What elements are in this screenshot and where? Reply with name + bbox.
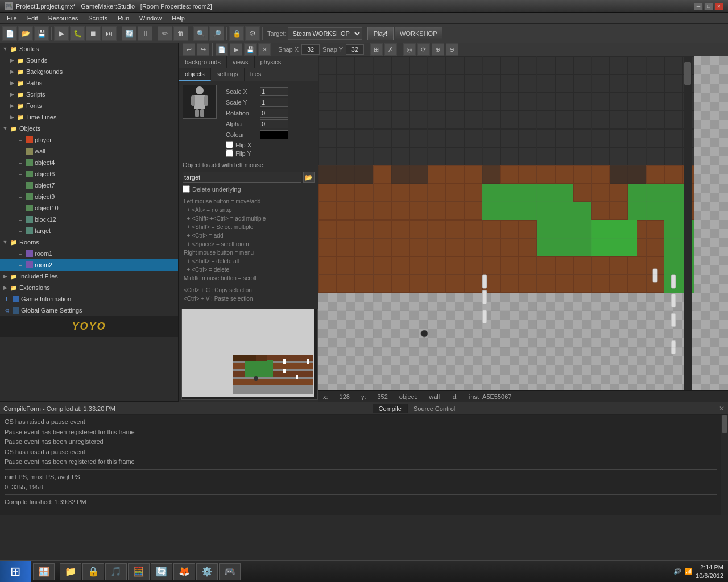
step-button[interactable]: ⏭ bbox=[102, 26, 117, 41]
zoom-in-button[interactable]: 🔍 bbox=[193, 26, 208, 41]
tab-objects[interactable]: objects bbox=[179, 68, 211, 81]
taskbar-item-media[interactable]: 🎵 bbox=[105, 563, 127, 580]
tree-wall[interactable]: – wall bbox=[0, 146, 178, 157]
zoom-out-button[interactable]: 🔎 bbox=[209, 26, 224, 41]
tree-object10[interactable]: – object10 bbox=[0, 202, 178, 214]
menu-help[interactable]: Help bbox=[167, 14, 189, 23]
compile-tab-compile[interactable]: Compile bbox=[373, 404, 408, 413]
taskbar-item-steam[interactable]: 🎮 bbox=[219, 563, 241, 580]
grid-toggle-button[interactable]: ⊞ bbox=[370, 43, 383, 56]
tree-object6[interactable]: – object6 bbox=[0, 168, 178, 180]
tree-paths[interactable]: ▶ 📁 Paths bbox=[0, 77, 178, 89]
tree-rooms-folder[interactable]: ▼ 📁 Rooms bbox=[0, 236, 178, 248]
restore-button[interactable]: □ bbox=[704, 2, 713, 10]
zoom-btn-3[interactable]: ⊖ bbox=[446, 43, 458, 56]
tray-volume-icon[interactable]: 🔊 bbox=[673, 567, 682, 576]
object-select-input[interactable] bbox=[183, 172, 301, 183]
menu-scripts[interactable]: Scripts bbox=[84, 14, 112, 23]
room-save-button[interactable]: 💾 bbox=[244, 43, 257, 56]
tree-objects-folder[interactable]: ▼ 📁 Objects bbox=[0, 123, 178, 134]
reload-button[interactable]: 🔄 bbox=[122, 26, 136, 41]
pencil-button[interactable]: ✏ bbox=[158, 26, 172, 41]
tab-views[interactable]: views bbox=[227, 56, 255, 68]
room-canvas[interactable]: x: 128 y: 352 object: wall id: inst_A5E5… bbox=[318, 56, 728, 402]
tree-backgrounds[interactable]: ▶ 📁 Backgrounds bbox=[0, 66, 178, 77]
tree-scripts[interactable]: ▶ 📁 Scripts bbox=[0, 89, 178, 100]
tree-timelines[interactable]: ▶ 📁 Time Lines bbox=[0, 111, 178, 123]
save-button[interactable]: 💾 bbox=[34, 26, 49, 41]
tree-target[interactable]: – target bbox=[0, 225, 178, 236]
minimize-button[interactable]: ─ bbox=[694, 2, 703, 10]
redo-button[interactable]: ↪ bbox=[197, 43, 209, 56]
status-x-value: 128 bbox=[340, 393, 350, 400]
taskbar-item-update[interactable]: 🔄 bbox=[151, 563, 172, 580]
grid-snap-button[interactable]: ✗ bbox=[384, 43, 397, 56]
taskbar-item-firefox[interactable]: 🦊 bbox=[173, 563, 195, 580]
menu-resources[interactable]: Resources bbox=[44, 14, 83, 23]
play-game-button[interactable]: Play! bbox=[367, 27, 394, 40]
taskbar-item-explorer[interactable]: 📁 bbox=[60, 563, 81, 580]
tree-object7[interactable]: – object7 bbox=[0, 180, 178, 191]
open-button[interactable]: 📂 bbox=[18, 26, 33, 41]
play-button[interactable]: ▶ bbox=[54, 26, 69, 41]
room-new-button[interactable]: 📄 bbox=[216, 43, 228, 56]
debug-button[interactable]: 🐛 bbox=[70, 26, 85, 41]
menu-edit[interactable]: Edit bbox=[23, 14, 43, 23]
tree-extensions[interactable]: ▶ 📁 Extensions bbox=[0, 282, 178, 293]
tab-tiles[interactable]: tiles bbox=[245, 68, 268, 81]
lock-button[interactable]: 🔒 bbox=[229, 26, 244, 41]
tree-sounds[interactable]: ▶ 📁 Sounds bbox=[0, 55, 178, 66]
taskbar-item-settings[interactable]: ⚙️ bbox=[196, 563, 218, 580]
alpha-input[interactable] bbox=[260, 119, 288, 128]
flip-y-checkbox[interactable] bbox=[226, 149, 233, 157]
room-open-button[interactable]: ▶ bbox=[230, 43, 242, 56]
compile-tab-source[interactable]: Source Control bbox=[408, 404, 461, 413]
tree-block12[interactable]: – block12 bbox=[0, 214, 178, 225]
rotation-input[interactable] bbox=[260, 109, 288, 118]
tab-physics[interactable]: physics bbox=[255, 56, 288, 68]
compile-scrollbar[interactable] bbox=[721, 415, 728, 515]
delete-underlying-checkbox[interactable] bbox=[183, 185, 190, 193]
tree-room2[interactable]: – room2 bbox=[0, 259, 178, 271]
tree-room1[interactable]: – room1 bbox=[0, 248, 178, 259]
pause-button[interactable]: ⏸ bbox=[138, 26, 152, 41]
scale-y-input[interactable] bbox=[260, 98, 288, 107]
tree-object4[interactable]: – object4 bbox=[0, 157, 178, 168]
snap-x-input[interactable]: 32 bbox=[301, 44, 320, 55]
snap-y-input[interactable]: 32 bbox=[346, 44, 364, 55]
tree-included-files[interactable]: ▶ 📁 Included Files bbox=[0, 271, 178, 282]
new-button[interactable]: 📄 bbox=[2, 26, 17, 41]
scale-x-input[interactable] bbox=[260, 87, 288, 96]
tree-global-settings[interactable]: ⚙ Global Game Settings bbox=[0, 305, 178, 316]
tab-settings[interactable]: settings bbox=[211, 68, 245, 81]
taskbar-item-lock[interactable]: 🔒 bbox=[82, 563, 104, 580]
tab-backgrounds[interactable]: backgrounds bbox=[179, 56, 227, 68]
center-button[interactable]: ◎ bbox=[403, 43, 416, 56]
tree-sprites[interactable]: ▼ 📁 Sprites bbox=[0, 43, 178, 55]
taskbar-item-calc[interactable]: 🧮 bbox=[128, 563, 150, 580]
colour-picker[interactable] bbox=[260, 130, 288, 139]
flip-x-checkbox[interactable] bbox=[226, 141, 233, 148]
tray-network-icon[interactable]: 📶 bbox=[684, 567, 693, 576]
menu-window[interactable]: Window bbox=[135, 14, 166, 23]
tree-fonts[interactable]: ▶ 📁 Fonts bbox=[0, 100, 178, 111]
taskbar-item-windows[interactable]: 🪟 bbox=[33, 563, 55, 580]
object-browse-button[interactable]: 📂 bbox=[303, 172, 315, 183]
start-button[interactable]: ⊞ bbox=[0, 561, 31, 583]
tree-object9[interactable]: – object9 bbox=[0, 191, 178, 202]
room-delete-button[interactable]: ✕ bbox=[258, 43, 271, 56]
target-select[interactable]: Steam WORKSHOP bbox=[288, 27, 362, 40]
stop-button[interactable]: ⏹ bbox=[86, 26, 101, 41]
settings-button[interactable]: ⚙ bbox=[245, 26, 260, 41]
eraser-button[interactable]: 🗑 bbox=[173, 26, 188, 41]
tree-game-info[interactable]: ℹ Game Information bbox=[0, 293, 178, 305]
menu-run[interactable]: Run bbox=[113, 14, 134, 23]
menu-file[interactable]: File bbox=[2, 14, 22, 23]
zoom-btn-2[interactable]: ⊕ bbox=[432, 43, 444, 56]
undo-button[interactable]: ↩ bbox=[183, 43, 195, 56]
close-button[interactable]: ✕ bbox=[714, 2, 723, 10]
zoom-btn-1[interactable]: ⟳ bbox=[417, 43, 430, 56]
tree-player[interactable]: – player bbox=[0, 134, 178, 146]
compile-close-button[interactable]: ✕ bbox=[719, 405, 725, 413]
workshop-button[interactable]: WORKSHOP bbox=[395, 27, 442, 40]
